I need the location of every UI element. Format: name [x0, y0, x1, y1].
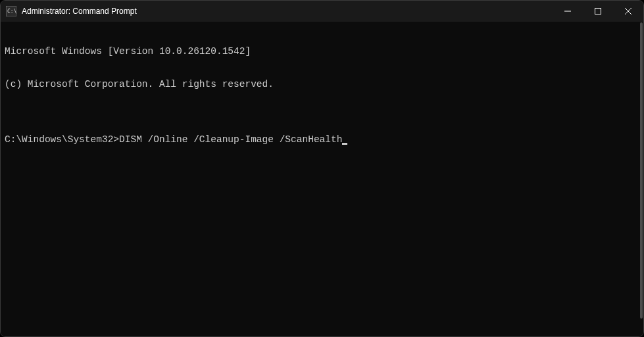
minimize-button[interactable]: [553, 1, 583, 22]
scrollbar-thumb[interactable]: [640, 22, 643, 319]
copyright-line: (c) Microsoft Corporation. All rights re…: [5, 79, 639, 90]
close-button[interactable]: [613, 1, 643, 22]
cursor: [342, 143, 347, 145]
maximize-button[interactable]: [583, 1, 613, 22]
svg-text:C:\: C:\: [7, 9, 16, 14]
svg-rect-3: [595, 9, 601, 14]
command-prompt-window: C:\ Administrator: Command Prompt Micros…: [0, 0, 644, 337]
prompt-text: C:\Windows\System32>: [5, 134, 119, 145]
terminal-area[interactable]: Microsoft Windows [Version 10.0.26120.15…: [1, 22, 643, 336]
command-text: DISM /Online /Cleanup-Image /ScanHealth: [119, 134, 342, 145]
titlebar[interactable]: C:\ Administrator: Command Prompt: [1, 1, 643, 22]
version-line: Microsoft Windows [Version 10.0.26120.15…: [5, 46, 639, 57]
cmd-icon: C:\: [6, 6, 16, 16]
scrollbar[interactable]: [639, 22, 643, 333]
window-controls: [553, 1, 643, 22]
prompt-line: C:\Windows\System32>DISM /Online /Cleanu…: [5, 134, 639, 145]
window-title: Administrator: Command Prompt: [22, 7, 553, 16]
